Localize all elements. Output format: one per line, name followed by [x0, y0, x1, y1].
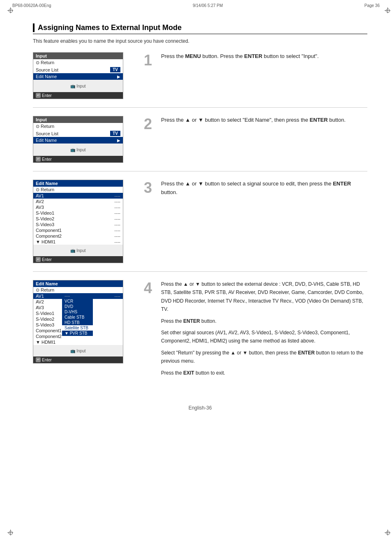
step-1-text: Press the MENU button. Press the ENTER b…: [161, 52, 319, 61]
step-2-text: Press the ▲ or ▼ button to select "Edit …: [161, 116, 346, 125]
step-4-right: 4 Press the ▲ or ▼ button to select the …: [144, 280, 367, 380]
menu-1-editname: Edit Name ▶: [33, 73, 123, 80]
device-item-vcr: VCR: [62, 299, 93, 304]
device-item-dvhs: D-VHS: [62, 309, 93, 315]
subtitle: This feature enables you to name the inp…: [33, 38, 367, 44]
step-3-number: 3: [144, 181, 155, 195]
device-item-pvrstb: ▼ PVR STB: [62, 331, 93, 336]
print-header-right: Page 36: [364, 3, 380, 8]
corner-circle-bl: [9, 531, 13, 535]
steps-container: Input ⊙ Return Source List TV Edit Name …: [33, 52, 367, 389]
en-av1-b: AV1 ---- ---- VCR DVD D-VHS Cable STB HD…: [33, 293, 123, 299]
step-2-menu: Input ⊙ Return Source List TV Edit Name …: [33, 116, 131, 163]
step-1-right: 1 Press the MENU button. Press the ENTER…: [144, 52, 367, 68]
menu-1-return: ⊙ Return: [33, 59, 123, 66]
menu-2-preview: 📺 Input: [33, 144, 123, 156]
en-hdmi1-b: ▼ HDMI1: [33, 339, 123, 345]
menu-2-footer: ↵ Enter: [33, 156, 123, 162]
menu-2-source: Source List TV: [33, 130, 123, 137]
en-component2: Component2 ----: [33, 233, 123, 239]
device-item-hdstb: HD STB: [62, 320, 93, 325]
step-4-para3: Set other signal sources (AV1, AV2, AV3,…: [161, 329, 367, 345]
en-footer-1: ↵ Enter: [33, 256, 123, 263]
en-av3: AV3 ----: [33, 204, 123, 210]
return-icon-4: ↵: [36, 357, 41, 362]
step-3-text: Press the ▲ or ▼ button to select a sign…: [161, 180, 367, 197]
corner-circle-br: [386, 531, 390, 535]
step-4-menu: Edit Name ⊙ Return AV1 ---- ---- VCR DVD: [33, 280, 131, 363]
page-number: English-36: [189, 405, 212, 411]
device-item-dashes: ----: [62, 293, 93, 299]
step-4-para2: Press the ENTER button.: [161, 317, 367, 325]
step-1-menu: Input ⊙ Return Source List TV Edit Name …: [33, 52, 131, 99]
corner-circle-tr: [386, 9, 390, 13]
menu-1-preview: 📺 Input: [33, 80, 123, 92]
return-icon-2: ↵: [36, 157, 41, 162]
device-item-dvd: DVD: [62, 304, 93, 309]
edit-name-header-1: Edit Name: [33, 180, 123, 187]
device-item-cablestb: Cable STB: [62, 315, 93, 320]
print-header: BP68-00620A-00Eng 9/14/06 5:27 PM Page 3…: [0, 0, 392, 11]
en-footer-2: ↵ Enter: [33, 356, 123, 363]
return-icon-3: ↵: [36, 257, 41, 262]
print-header-left: BP68-00620A-00Eng: [12, 3, 51, 8]
step-4-text: Press the ▲ or ▼ button to select the ex…: [161, 280, 367, 380]
edit-name-wrap-2: Edit Name ⊙ Return AV1 ---- ---- VCR DVD: [33, 280, 131, 363]
en-svideo2: S-Video2 ----: [33, 216, 123, 222]
device-item-satstb: Satellite STB: [62, 325, 93, 331]
page-footer: English-36: [33, 405, 367, 411]
page-content: Assigning Names to External Input Mode T…: [0, 11, 392, 435]
menu-2-header: Input: [33, 116, 123, 123]
step-4-para4: Select "Return" by pressing the ▲ or ▼ b…: [161, 349, 367, 366]
step-4-number: 4: [144, 281, 155, 296]
step-1-row: Input ⊙ Return Source List TV Edit Name …: [33, 52, 367, 108]
step-2-right: 2 Press the ▲ or ▼ button to select "Edi…: [144, 116, 367, 132]
step-4-para5: Press the EXIT button to exit.: [161, 369, 367, 377]
en-av2: AV2 ----: [33, 199, 123, 204]
corner-circle-tl: [9, 9, 13, 13]
step-1-number: 1: [144, 53, 155, 68]
en-hdmi1: ▼ HDMI1 ----: [33, 239, 123, 245]
step-2-row: Input ⊙ Return Source List TV Edit Name …: [33, 116, 367, 171]
menu-1-header: Input: [33, 53, 123, 59]
edit-name-box-2: Edit Name ⊙ Return AV1 ---- ---- VCR DVD: [33, 280, 123, 363]
return-icon: ↵: [36, 93, 41, 98]
print-header-middle: 9/14/06 5:27 PM: [193, 3, 223, 8]
en-return-2: ⊙ Return: [33, 287, 123, 293]
menu-box-1: Input ⊙ Return Source List TV Edit Name …: [33, 52, 123, 99]
edit-name-header-2: Edit Name: [33, 280, 123, 287]
en-return-1: ⊙ Return: [33, 187, 123, 193]
step-4-row: Edit Name ⊙ Return AV1 ---- ---- VCR DVD: [33, 280, 367, 389]
page-title: Assigning Names to External Input Mode: [33, 23, 367, 32]
step-3-menu: Edit Name ⊙ Return AV1 ---- AV2 ---- AV3: [33, 180, 131, 263]
device-popup: ---- VCR DVD D-VHS Cable STB HD STB Sate…: [62, 293, 93, 336]
en-svideo3: S-Video3 ----: [33, 222, 123, 227]
step-2-number: 2: [144, 117, 155, 132]
menu-2-return: ⊙ Return: [33, 123, 123, 130]
menu-2-editname: Edit Name ▶: [33, 137, 123, 144]
en-svideo1: S-Video1 ----: [33, 210, 123, 216]
en-preview-1: 📺 Input: [33, 245, 123, 256]
en-preview-2: 📺 Input: [33, 345, 123, 356]
title-section: Assigning Names to External Input Mode: [33, 23, 367, 34]
menu-box-2: Input ⊙ Return Source List TV Edit Name …: [33, 116, 123, 163]
en-av1: AV1 ----: [33, 193, 123, 199]
menu-1-footer: ↵ Enter: [33, 92, 123, 99]
step-4-para1: Press the ▲ or ▼ button to select the ex…: [161, 280, 367, 314]
step-3-right: 3 Press the ▲ or ▼ button to select a si…: [144, 180, 367, 197]
step-3-row: Edit Name ⊙ Return AV1 ---- AV2 ---- AV3: [33, 180, 367, 272]
en-component1: Component1 ----: [33, 227, 123, 233]
menu-1-source: Source List TV: [33, 66, 123, 73]
edit-name-box-1: Edit Name ⊙ Return AV1 ---- AV2 ---- AV3: [33, 180, 123, 263]
